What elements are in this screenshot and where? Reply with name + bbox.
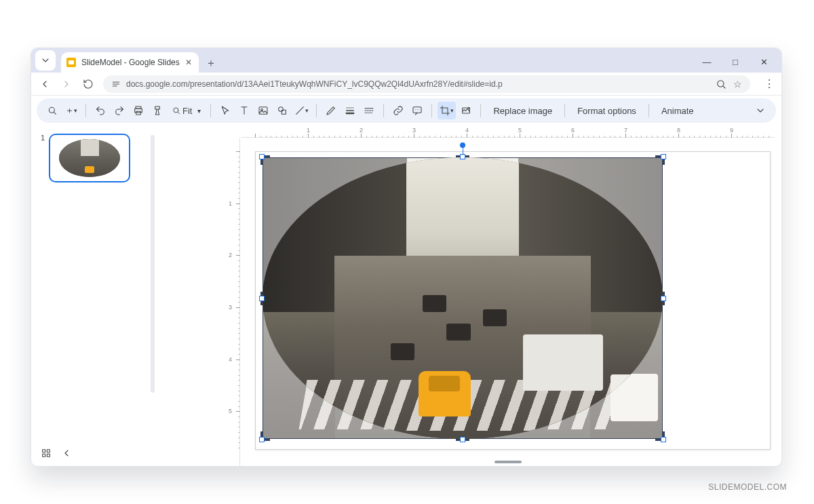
grid-view-button[interactable] <box>41 448 52 461</box>
search-menus-button[interactable] <box>43 102 61 119</box>
browser-menu-button[interactable]: ⋮ <box>764 77 775 90</box>
svg-rect-12 <box>43 450 45 452</box>
browser-window: SlideModel - Google Slides ✕ ＋ ― □ ✕ doc… <box>31 47 782 467</box>
rotation-handle[interactable] <box>460 142 465 148</box>
ruler-v-label: 4 <box>229 356 232 363</box>
ruler-h-label: 6 <box>571 127 575 134</box>
close-window-button[interactable]: ✕ <box>757 57 771 67</box>
ruler-h-label: 9 <box>730 127 733 134</box>
ruler-v-label: 1 <box>229 200 232 207</box>
insert-image-button[interactable] <box>254 102 272 119</box>
vertical-ruler[interactable]: 12345 <box>227 138 240 466</box>
tabs-dropdown-button[interactable] <box>35 50 56 71</box>
reset-image-button[interactable] <box>457 102 475 119</box>
forward-button[interactable] <box>60 77 73 91</box>
replace-image-button[interactable]: Replace image <box>486 102 559 119</box>
site-settings-icon[interactable] <box>111 79 121 89</box>
collapse-filmstrip-button[interactable] <box>61 448 72 461</box>
insert-link-button[interactable] <box>389 102 407 119</box>
back-button[interactable] <box>38 77 52 91</box>
insert-line-button[interactable]: ▾ <box>292 102 311 119</box>
redo-button[interactable] <box>111 102 128 119</box>
selection-handle-left[interactable] <box>259 296 265 301</box>
svg-point-5 <box>174 108 178 113</box>
bottom-bar <box>31 443 781 466</box>
image-mask-oval[interactable] <box>263 157 663 439</box>
ruler-h-label: 8 <box>677 127 680 134</box>
chevron-down-icon: ▾ <box>197 107 201 115</box>
new-tab-button[interactable]: ＋ <box>201 54 220 73</box>
svg-point-0 <box>718 80 724 86</box>
tab-strip: SlideModel - Google Slides ✕ ＋ ― □ ✕ <box>31 48 781 73</box>
slide[interactable] <box>255 151 771 450</box>
new-slide-button[interactable]: ＋▾ <box>62 102 80 119</box>
border-weight-button[interactable] <box>341 102 359 119</box>
insert-shape-button[interactable] <box>273 102 291 119</box>
selection-handle-bl[interactable] <box>259 437 265 442</box>
border-color-button[interactable] <box>322 102 340 119</box>
ruler-h-label: 3 <box>412 127 416 134</box>
editor: /*ticks placed below via absolute spans*… <box>167 125 781 466</box>
selection-handle-bottom[interactable] <box>460 437 465 442</box>
svg-rect-4 <box>136 111 141 115</box>
browser-tab[interactable]: SlideModel - Google Slides ✕ <box>61 52 199 73</box>
selection-handle-right[interactable] <box>661 296 666 301</box>
url-text: docs.google.com/presentation/d/13AAei1Tt… <box>126 79 503 89</box>
horizontal-ruler[interactable]: /*ticks placed below via absolute spans*… <box>241 125 775 138</box>
paint-format-button[interactable] <box>149 102 166 119</box>
slide-thumbnail[interactable] <box>49 134 130 182</box>
format-options-button[interactable]: Format options <box>570 102 643 119</box>
workspace: 1 /*ticks placed below via absolute span… <box>31 125 781 466</box>
ruler-v-label: 2 <box>229 252 232 258</box>
slides-toolbar: ＋▾ Fit ▾ ▾ ▾ <box>37 98 776 123</box>
watermark: SLIDEMODEL.COM <box>708 482 787 492</box>
svg-point-8 <box>279 107 284 112</box>
ruler-h-label: 7 <box>624 127 627 134</box>
zoom-label: Fit <box>182 106 192 116</box>
address-bar: docs.google.com/presentation/d/13AAei1Tt… <box>31 73 781 96</box>
selection-handle-br[interactable] <box>661 437 666 442</box>
toolbar-expand-button[interactable] <box>752 102 769 119</box>
image-crop-frame[interactable] <box>263 157 663 439</box>
slide-canvas[interactable] <box>241 138 775 466</box>
select-tool-button[interactable] <box>216 102 234 119</box>
window-controls: ― □ ✕ <box>700 57 776 73</box>
ruler-h-label: 4 <box>465 127 469 134</box>
svg-rect-6 <box>259 107 267 115</box>
border-dash-button[interactable] <box>360 102 378 119</box>
insert-comment-button[interactable] <box>408 102 426 119</box>
selection-handle-tl[interactable] <box>259 154 265 159</box>
tab-title: SlideModel - Google Slides <box>81 58 180 67</box>
crop-image-button[interactable]: ▾ <box>438 102 456 119</box>
slide-number: 1 <box>41 134 45 459</box>
omnibox[interactable]: docs.google.com/presentation/d/13AAei1Tt… <box>103 75 750 93</box>
print-button[interactable] <box>130 102 147 119</box>
svg-point-1 <box>49 107 54 113</box>
svg-rect-13 <box>47 450 50 452</box>
zoom-indicator-icon[interactable] <box>716 79 726 90</box>
filmstrip-scrollbar[interactable] <box>151 135 155 393</box>
undo-button[interactable] <box>92 102 109 119</box>
close-tab-icon[interactable]: ✕ <box>185 58 192 67</box>
slide-panel[interactable]: 1 <box>31 125 167 466</box>
ruler-h-label: 5 <box>518 127 522 134</box>
reload-button[interactable] <box>81 77 95 91</box>
text-box-button[interactable] <box>235 102 253 119</box>
bookmark-icon[interactable]: ☆ <box>733 79 742 90</box>
minimize-button[interactable]: ― <box>700 57 714 67</box>
ruler-h-label: 1 <box>307 127 310 134</box>
svg-rect-15 <box>47 454 50 457</box>
maximize-button[interactable]: □ <box>729 57 742 67</box>
ruler-v-label: 3 <box>229 304 232 311</box>
ruler-v-label: 5 <box>229 408 232 414</box>
animate-button[interactable]: Animate <box>655 102 701 119</box>
google-slides-icon <box>66 58 76 67</box>
ruler-h-label: 2 <box>360 127 363 134</box>
zoom-dropdown[interactable]: Fit ▾ <box>168 106 205 116</box>
svg-rect-14 <box>43 454 45 457</box>
selection-handle-tr[interactable] <box>661 154 666 159</box>
